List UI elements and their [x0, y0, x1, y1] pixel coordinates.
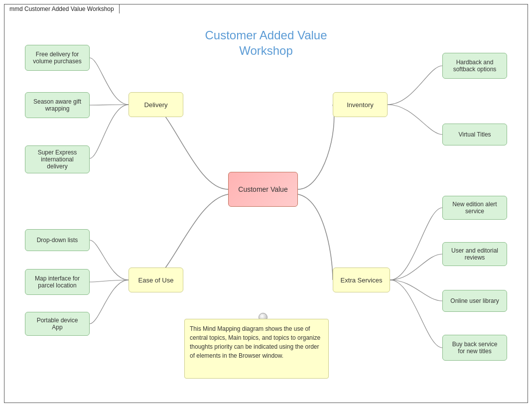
- info-box: This Mind Mapping diagram shows the use …: [184, 319, 329, 379]
- node-ease: Ease of Use: [129, 268, 183, 292]
- central-node: Customer Value: [228, 172, 298, 207]
- node-buy-back: Buy back servicefor new titles: [442, 335, 507, 361]
- node-extra: Extra Services: [333, 268, 390, 292]
- free-delivery-label: Free delivery forvolume purchases: [33, 51, 81, 65]
- online-library-label: Online user library: [450, 297, 499, 304]
- info-box-text: This Mind Mapping diagram shows the use …: [190, 325, 320, 359]
- node-delivery: Delivery: [129, 92, 183, 117]
- hardback-label: Hardback andsoftback options: [453, 59, 497, 73]
- delivery-label: Delivery: [144, 101, 168, 109]
- node-season-gift: Season aware giftwrapping: [25, 92, 90, 118]
- season-gift-label: Season aware giftwrapping: [33, 98, 81, 112]
- node-free-delivery: Free delivery forvolume purchases: [25, 45, 90, 71]
- central-label: Customer Value: [238, 185, 287, 193]
- inventory-label: Inventory: [347, 101, 373, 109]
- node-map-interface: Map interface forparcel location: [25, 269, 90, 295]
- virtual-label: Virtual Titles: [458, 131, 491, 138]
- extra-label: Extra Services: [341, 276, 383, 284]
- user-reviews-label: User and editorialreviews: [451, 247, 498, 261]
- new-edition-label: New edition alertservice: [452, 201, 497, 215]
- node-drop-down: Drop-down lists: [25, 229, 90, 251]
- ease-label: Ease of Use: [138, 276, 174, 284]
- map-interface-label: Map interface forparcel location: [35, 275, 80, 289]
- node-user-reviews: User and editorialreviews: [442, 242, 507, 266]
- portable-label: Portable deviceApp: [37, 317, 78, 331]
- node-virtual: Virtual Titles: [442, 124, 507, 145]
- buy-back-label: Buy back servicefor new titles: [452, 341, 498, 355]
- node-portable: Portable deviceApp: [25, 312, 90, 336]
- node-inventory: Inventory: [333, 92, 388, 117]
- super-express-label: Super Expressinternationaldelivery: [38, 149, 77, 170]
- title-tab: mmd Customer Added Value Workshop: [4, 4, 120, 13]
- node-online-library: Online user library: [442, 290, 507, 312]
- node-new-edition: New edition alertservice: [442, 196, 507, 220]
- node-super-express: Super Expressinternationaldelivery: [25, 145, 90, 173]
- drop-down-label: Drop-down lists: [37, 237, 78, 244]
- node-hardback: Hardback andsoftback options: [442, 53, 507, 79]
